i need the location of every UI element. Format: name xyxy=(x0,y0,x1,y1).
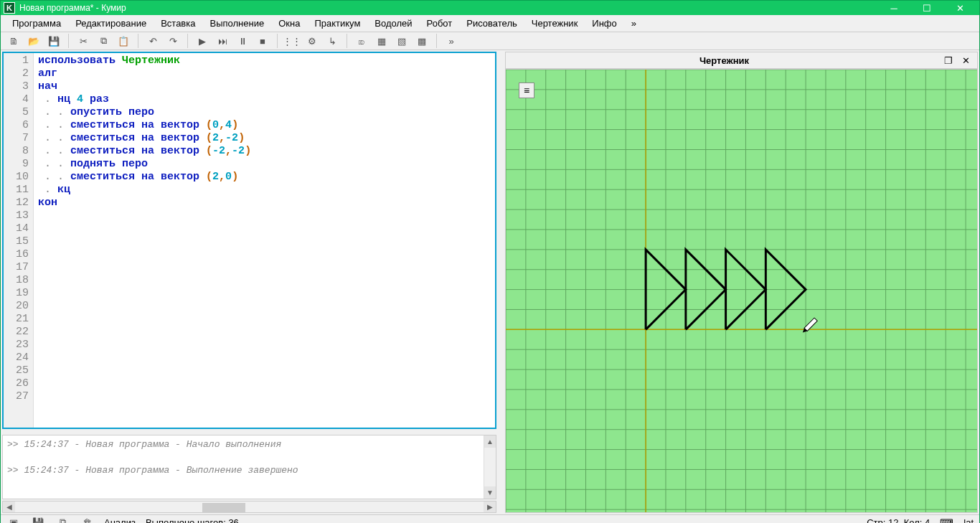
variables-icon[interactable]: ⎄ xyxy=(353,32,370,50)
code-line[interactable]: . . сместиться на вектор (0,4) xyxy=(38,119,492,132)
draughtsman-field-icon[interactable]: ▩ xyxy=(413,32,430,50)
canvas-header: Чертежник ❐ ✕ xyxy=(505,52,978,69)
algorithm-icon[interactable]: ⋮⋮ xyxy=(283,32,301,50)
code-line[interactable]: . . сместиться на вектор (-2,-2) xyxy=(38,145,492,158)
canvas-area[interactable]: ≡ xyxy=(505,69,978,513)
console-toggle-icon[interactable]: ▣ xyxy=(6,515,21,523)
drawing-canvas xyxy=(506,70,977,512)
menu-»[interactable]: » xyxy=(624,15,644,32)
code-line[interactable]: . . поднять перо xyxy=(38,158,492,171)
menu-инфо[interactable]: Инфо xyxy=(585,15,623,32)
cut-icon[interactable]: ✂ xyxy=(75,32,92,50)
clear-output-icon[interactable]: 🗑 xyxy=(80,515,94,523)
insert-pre-icon[interactable]: ↳ xyxy=(324,32,341,50)
menu-редактирование[interactable]: Редактирование xyxy=(68,15,154,32)
canvas-detach-icon[interactable]: ❐ xyxy=(941,53,956,67)
save-output-icon[interactable]: 💾 xyxy=(31,515,45,523)
app-icon: K xyxy=(4,2,15,14)
redo-icon[interactable]: ↷ xyxy=(164,32,182,50)
input-lang: lat xyxy=(963,517,974,523)
canvas-menu-icon[interactable]: ≡ xyxy=(519,83,534,98)
more-icon[interactable]: » xyxy=(443,32,460,50)
menu-рисователь[interactable]: Рисователь xyxy=(459,15,524,32)
main-area: 1234567891011121314151617181920212223242… xyxy=(1,50,979,514)
console-scrollbar[interactable]: ▲ ▼ xyxy=(484,435,496,499)
analysis-label: Анализ xyxy=(104,517,136,523)
menu-робот[interactable]: Робот xyxy=(420,15,460,32)
output-console: >> 15:24:37 - Новая программа - Начало в… xyxy=(2,435,496,499)
run-step-icon[interactable]: ⏭ xyxy=(214,32,231,50)
code-line[interactable]: . . опустить перо xyxy=(38,106,492,119)
code-line[interactable]: алг xyxy=(38,67,492,80)
code-line[interactable]: . кц xyxy=(38,184,492,197)
scroll-right-icon[interactable]: ▶ xyxy=(484,501,496,512)
line-gutter: 1234567891011121314151617181920212223242… xyxy=(4,53,34,428)
scroll-left-icon[interactable]: ◀ xyxy=(3,501,15,512)
menu-практикум[interactable]: Практикум xyxy=(307,15,367,32)
robot-edit-icon[interactable]: ▧ xyxy=(393,32,410,50)
window-title: Новая программа* - Кумир xyxy=(19,3,877,13)
scroll-track[interactable] xyxy=(15,501,484,512)
menubar: ПрограммаРедактированиеВставкаВыполнение… xyxy=(1,15,979,32)
scroll-down-icon[interactable]: ▼ xyxy=(484,486,496,499)
menu-окна[interactable]: Окна xyxy=(271,15,307,32)
svg-rect-0 xyxy=(506,70,977,512)
scroll-up-icon[interactable]: ▲ xyxy=(484,435,496,448)
scroll-thumb[interactable] xyxy=(202,503,245,512)
toolbar: 🗎📂💾✂⧉📋↶↷▶⏭⏸■⋮⋮⚙↳⎄▦▧▩» xyxy=(1,32,979,50)
console-text: >> 15:24:37 - Новая программа - Начало в… xyxy=(3,435,484,499)
horizontal-scrollbar[interactable]: ◀ ▶ xyxy=(2,501,496,513)
new-file-icon[interactable]: 🗎 xyxy=(5,32,22,50)
paste-icon[interactable]: 📋 xyxy=(115,32,132,50)
pause-icon[interactable]: ⏸ xyxy=(234,32,251,50)
code-line[interactable]: использовать Чертежник xyxy=(38,55,492,67)
titlebar: K Новая программа* - Кумир ─ ☐ ✕ xyxy=(1,1,979,15)
save-file-icon[interactable]: 💾 xyxy=(45,32,62,50)
code-line[interactable]: . . сместиться на вектор (2,0) xyxy=(38,171,492,184)
undo-icon[interactable]: ↶ xyxy=(144,32,161,50)
minimize-button[interactable]: ─ xyxy=(877,1,910,15)
robot-field-icon[interactable]: ▦ xyxy=(373,32,390,50)
statusbar: ▣ 💾 ⧉ 🗑 Анализ Выполнено шагов: 36 Стр: … xyxy=(1,514,979,523)
right-pane: Чертежник ❐ ✕ ≡ xyxy=(498,50,979,514)
run-icon[interactable]: ▶ xyxy=(194,32,211,50)
cursor-position: Стр: 12, Кол: 4 xyxy=(867,517,930,523)
code-line[interactable]: . нц 4 раз xyxy=(38,93,492,106)
close-button[interactable]: ✕ xyxy=(943,1,976,15)
stop-icon[interactable]: ■ xyxy=(254,32,271,50)
menu-водолей[interactable]: Водолей xyxy=(367,15,419,32)
open-file-icon[interactable]: 📂 xyxy=(25,32,42,50)
code-area[interactable]: использовать Чертежникалгнач . нц 4 раз … xyxy=(34,53,495,428)
copy-output-icon[interactable]: ⧉ xyxy=(55,515,70,523)
menu-чертежник[interactable]: Чертежник xyxy=(524,15,585,32)
canvas-title: Чертежник xyxy=(510,55,938,66)
code-editor[interactable]: 1234567891011121314151617181920212223242… xyxy=(2,52,496,429)
menu-программа[interactable]: Программа xyxy=(5,15,68,32)
code-line[interactable]: кон xyxy=(38,197,492,209)
left-pane: 1234567891011121314151617181920212223242… xyxy=(1,50,498,514)
canvas-close-icon[interactable]: ✕ xyxy=(958,53,973,67)
copy-icon[interactable]: ⧉ xyxy=(95,32,112,50)
steps-label: Выполнено шагов: 36 xyxy=(146,517,239,523)
menu-вставка[interactable]: Вставка xyxy=(154,15,202,32)
code-line[interactable]: нач xyxy=(38,80,492,93)
keyboard-icon: ⌨ xyxy=(940,517,953,523)
code-line[interactable]: . . сместиться на вектор (2,-2) xyxy=(38,132,492,145)
maximize-button[interactable]: ☐ xyxy=(910,1,943,15)
insert-cmd-icon[interactable]: ⚙ xyxy=(303,32,321,50)
menu-выполнение[interactable]: Выполнение xyxy=(202,15,271,32)
